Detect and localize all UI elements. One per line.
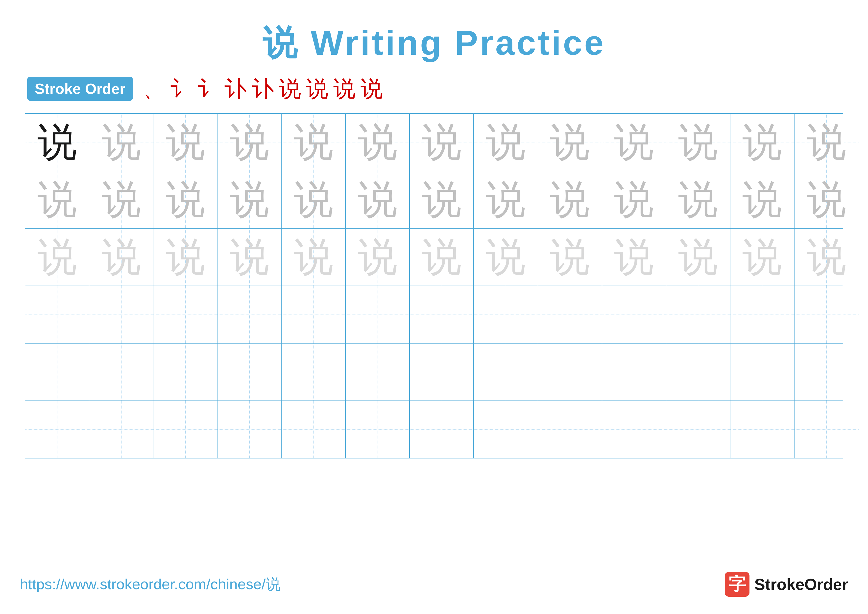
grid-cell-r4-c1[interactable]	[25, 286, 89, 343]
grid-cell-r3-c7[interactable]: 说	[410, 229, 474, 286]
grid-cell-r6-c13[interactable]	[795, 401, 859, 458]
grid-cell-r4-c11[interactable]	[666, 286, 730, 343]
grid-cell-r2-c2[interactable]: 说	[89, 171, 153, 228]
grid-cell-r5-c11[interactable]	[666, 344, 730, 401]
grid-cell-r1-c10[interactable]: 说	[602, 114, 666, 171]
grid-cell-r3-c13[interactable]: 说	[795, 229, 859, 286]
grid-cell-r4-c3[interactable]	[153, 286, 217, 343]
grid-cell-r5-c2[interactable]	[89, 344, 153, 401]
grid-cell-r1-c2[interactable]: 说	[89, 114, 153, 171]
grid-cell-r6-c9[interactable]	[538, 401, 602, 458]
grid-cell-r2-c11[interactable]: 说	[666, 171, 730, 228]
grid-cell-r3-c4[interactable]: 说	[217, 229, 282, 286]
grid-cell-r6-c8[interactable]	[474, 401, 538, 458]
footer-logo: 字 StrokeOrder	[725, 572, 848, 597]
grid-row-6	[25, 401, 843, 458]
grid-cell-r3-c2[interactable]: 说	[89, 229, 153, 286]
char-r3-c11: 说	[678, 237, 718, 277]
grid-cell-r5-c9[interactable]	[538, 344, 602, 401]
grid-cell-r4-c4[interactable]	[217, 286, 282, 343]
grid-cell-r2-c7[interactable]: 说	[410, 171, 474, 228]
grid-cell-r1-c8[interactable]: 说	[474, 114, 538, 171]
grid-cell-r5-c5[interactable]	[282, 344, 346, 401]
char-r3-c12: 说	[742, 237, 782, 277]
grid-cell-r6-c1[interactable]	[25, 401, 89, 458]
grid-cell-r6-c2[interactable]	[89, 401, 153, 458]
grid-cell-r5-c3[interactable]	[153, 344, 217, 401]
grid-cell-r6-c11[interactable]	[666, 401, 730, 458]
footer-url[interactable]: https://www.strokeorder.com/chinese/说	[20, 574, 281, 594]
grid-cell-r2-c13[interactable]: 说	[795, 171, 859, 228]
grid-cell-r1-c11[interactable]: 说	[666, 114, 730, 171]
char-r3-c2: 说	[101, 237, 141, 277]
grid-cell-r4-c2[interactable]	[89, 286, 153, 343]
grid-cell-r2-c9[interactable]: 说	[538, 171, 602, 228]
grid-cell-r1-c13[interactable]: 说	[795, 114, 859, 171]
grid-cell-r3-c12[interactable]: 说	[730, 229, 795, 286]
grid-cell-r2-c1[interactable]: 说	[25, 171, 89, 228]
grid-cell-r3-c11[interactable]: 说	[666, 229, 730, 286]
grid-cell-r2-c6[interactable]: 说	[346, 171, 410, 228]
grid-cell-r1-c4[interactable]: 说	[217, 114, 282, 171]
char-r3-c4: 说	[229, 237, 269, 277]
grid-cell-r6-c12[interactable]	[730, 401, 795, 458]
grid-cell-r6-c7[interactable]	[410, 401, 474, 458]
grid-cell-r5-c13[interactable]	[795, 344, 859, 401]
grid-cell-r4-c12[interactable]	[730, 286, 795, 343]
char-r2-c4: 说	[229, 180, 269, 219]
grid-cell-r4-c10[interactable]	[602, 286, 666, 343]
char-r1-c4: 说	[229, 122, 269, 162]
grid-cell-r6-c5[interactable]	[282, 401, 346, 458]
grid-cell-r3-c9[interactable]: 说	[538, 229, 602, 286]
grid-cell-r2-c8[interactable]: 说	[474, 171, 538, 228]
char-r2-c10: 说	[614, 180, 654, 219]
grid-cell-r2-c4[interactable]: 说	[217, 171, 282, 228]
grid-row-1: 说 说 说 说 说 说 说 说 说	[25, 114, 843, 171]
char-r1-c9: 说	[550, 122, 590, 162]
grid-cell-r5-c10[interactable]	[602, 344, 666, 401]
grid-cell-r6-c10[interactable]	[602, 401, 666, 458]
grid-cell-r1-c5[interactable]: 说	[282, 114, 346, 171]
grid-cell-r3-c10[interactable]: 说	[602, 229, 666, 286]
grid-cell-r2-c12[interactable]: 说	[730, 171, 795, 228]
grid-cell-r1-c12[interactable]: 说	[730, 114, 795, 171]
grid-cell-r3-c3[interactable]: 说	[153, 229, 217, 286]
grid-cell-r3-c1[interactable]: 说	[25, 229, 89, 286]
stroke-8: 说	[333, 78, 356, 100]
grid-cell-r6-c3[interactable]	[153, 401, 217, 458]
grid-cell-r5-c4[interactable]	[217, 344, 282, 401]
footer: https://www.strokeorder.com/chinese/说 字 …	[20, 572, 848, 597]
char-r1-c13: 说	[807, 122, 846, 162]
grid-cell-r1-c9[interactable]: 说	[538, 114, 602, 171]
stroke-6: 说	[279, 78, 301, 100]
grid-cell-r1-c6[interactable]: 说	[346, 114, 410, 171]
grid-cell-r4-c7[interactable]	[410, 286, 474, 343]
grid-cell-r4-c6[interactable]	[346, 286, 410, 343]
char-r1-c10: 说	[614, 122, 654, 162]
grid-row-5	[25, 344, 843, 401]
grid-cell-r3-c8[interactable]: 说	[474, 229, 538, 286]
grid-cell-r3-c5[interactable]: 说	[282, 229, 346, 286]
stroke-sequence: 、 讠 讠 讣 讣 说 说 说 说	[143, 78, 383, 100]
grid-cell-r5-c1[interactable]	[25, 344, 89, 401]
grid-cell-r5-c12[interactable]	[730, 344, 795, 401]
grid-cell-r2-c3[interactable]: 说	[153, 171, 217, 228]
grid-cell-r4-c9[interactable]	[538, 286, 602, 343]
logo-icon: 字	[725, 572, 749, 597]
grid-cell-r4-c13[interactable]	[795, 286, 859, 343]
grid-cell-r5-c6[interactable]	[346, 344, 410, 401]
grid-cell-r2-c10[interactable]: 说	[602, 171, 666, 228]
char-r2-c12: 说	[742, 180, 782, 219]
grid-cell-r5-c8[interactable]	[474, 344, 538, 401]
grid-cell-r6-c4[interactable]	[217, 401, 282, 458]
grid-cell-r3-c6[interactable]: 说	[346, 229, 410, 286]
stroke-9: 说	[361, 78, 383, 100]
grid-cell-r6-c6[interactable]	[346, 401, 410, 458]
grid-cell-r1-c7[interactable]: 说	[410, 114, 474, 171]
grid-cell-r1-c1[interactable]: 说	[25, 114, 89, 171]
grid-cell-r4-c8[interactable]	[474, 286, 538, 343]
grid-cell-r4-c5[interactable]	[282, 286, 346, 343]
grid-cell-r1-c3[interactable]: 说	[153, 114, 217, 171]
grid-cell-r5-c7[interactable]	[410, 344, 474, 401]
grid-cell-r2-c5[interactable]: 说	[282, 171, 346, 228]
